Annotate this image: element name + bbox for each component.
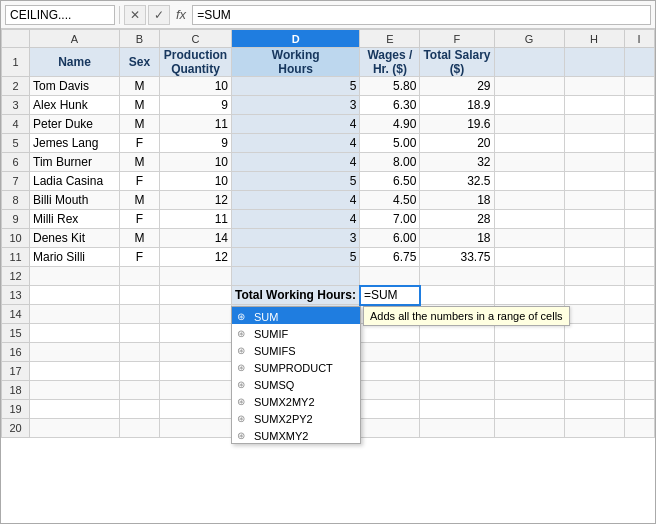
cell-b20[interactable]: [120, 419, 160, 438]
name-box[interactable]: [5, 5, 115, 25]
cell-c9[interactable]: 11: [160, 210, 232, 229]
cell-a4[interactable]: Peter Duke: [30, 115, 120, 134]
cell-c19[interactable]: [160, 400, 232, 419]
cell-b10[interactable]: M: [120, 229, 160, 248]
cell-a7[interactable]: Ladia Casina: [30, 172, 120, 191]
cell-i5[interactable]: [624, 134, 654, 153]
cell-h2[interactable]: [564, 77, 624, 96]
cell-f7[interactable]: 32.5: [420, 172, 494, 191]
cell-h19[interactable]: [564, 400, 624, 419]
cell-c18[interactable]: [160, 381, 232, 400]
cell-c2[interactable]: 10: [160, 77, 232, 96]
cell-a16[interactable]: [30, 343, 120, 362]
cell-g7[interactable]: [494, 172, 564, 191]
cell-a8[interactable]: Billi Mouth: [30, 191, 120, 210]
row-header-20[interactable]: 20: [2, 419, 30, 438]
row-header-8[interactable]: 8: [2, 191, 30, 210]
cell-d7[interactable]: 5: [232, 172, 360, 191]
cell-c1[interactable]: ProductionQuantity: [160, 48, 232, 77]
cell-c16[interactable]: [160, 343, 232, 362]
cell-e1[interactable]: Wages /Hr. ($): [360, 48, 420, 77]
cell-i16[interactable]: [624, 343, 654, 362]
cell-a9[interactable]: Milli Rex: [30, 210, 120, 229]
row-header-10[interactable]: 10: [2, 229, 30, 248]
cell-g9[interactable]: [494, 210, 564, 229]
cell-b1[interactable]: Sex: [120, 48, 160, 77]
cell-g11[interactable]: [494, 248, 564, 267]
cell-b14[interactable]: [120, 305, 160, 324]
row-header-4[interactable]: 4: [2, 115, 30, 134]
cell-b19[interactable]: [120, 400, 160, 419]
cell-e12[interactable]: [360, 267, 420, 286]
cell-c10[interactable]: 14: [160, 229, 232, 248]
cell-a5[interactable]: Jemes Lang: [30, 134, 120, 153]
row-header-3[interactable]: 3: [2, 96, 30, 115]
cell-i10[interactable]: [624, 229, 654, 248]
cell-d2[interactable]: 5: [232, 77, 360, 96]
cell-g1[interactable]: [494, 48, 564, 77]
cell-b5[interactable]: F: [120, 134, 160, 153]
cell-f11[interactable]: 33.75: [420, 248, 494, 267]
cell-e5[interactable]: 5.00: [360, 134, 420, 153]
row-header-12[interactable]: 12: [2, 267, 30, 286]
cell-a14[interactable]: [30, 305, 120, 324]
cell-g4[interactable]: [494, 115, 564, 134]
cell-g12[interactable]: [494, 267, 564, 286]
cell-h11[interactable]: [564, 248, 624, 267]
cell-i4[interactable]: [624, 115, 654, 134]
cell-g13[interactable]: [494, 286, 564, 305]
cell-c4[interactable]: 11: [160, 115, 232, 134]
cell-b9[interactable]: F: [120, 210, 160, 229]
cell-c12[interactable]: [160, 267, 232, 286]
cell-i8[interactable]: [624, 191, 654, 210]
col-header-b[interactable]: B: [120, 30, 160, 48]
autocomplete-item-sumif[interactable]: SUMIF: [232, 324, 360, 341]
cell-f4[interactable]: 19.6: [420, 115, 494, 134]
cell-h10[interactable]: [564, 229, 624, 248]
cell-b7[interactable]: F: [120, 172, 160, 191]
cell-f12[interactable]: [420, 267, 494, 286]
cell-a10[interactable]: Denes Kit: [30, 229, 120, 248]
cell-h13[interactable]: [564, 286, 624, 305]
cell-c11[interactable]: 12: [160, 248, 232, 267]
cell-a13[interactable]: [30, 286, 120, 305]
cell-a17[interactable]: [30, 362, 120, 381]
cell-b8[interactable]: M: [120, 191, 160, 210]
cell-i15[interactable]: [624, 324, 654, 343]
cell-d9[interactable]: 4: [232, 210, 360, 229]
cell-a18[interactable]: [30, 381, 120, 400]
cell-h5[interactable]: [564, 134, 624, 153]
col-header-c[interactable]: C: [160, 30, 232, 48]
autocomplete-item-sumsq[interactable]: SUMSQ: [232, 375, 360, 392]
cell-h18[interactable]: [564, 381, 624, 400]
cell-h9[interactable]: [564, 210, 624, 229]
cell-a20[interactable]: [30, 419, 120, 438]
cell-c14[interactable]: [160, 305, 232, 324]
cell-h6[interactable]: [564, 153, 624, 172]
cell-d12[interactable]: [232, 267, 360, 286]
cell-e9[interactable]: 7.00: [360, 210, 420, 229]
col-header-f[interactable]: F: [420, 30, 494, 48]
row-header-9[interactable]: 9: [2, 210, 30, 229]
cell-h15[interactable]: [564, 324, 624, 343]
row-header-15[interactable]: 15: [2, 324, 30, 343]
cell-g3[interactable]: [494, 96, 564, 115]
row-header-18[interactable]: 18: [2, 381, 30, 400]
cell-d3[interactable]: 3: [232, 96, 360, 115]
autocomplete-item-sumxmy2[interactable]: SUMXMY2: [232, 426, 360, 443]
cell-i19[interactable]: [624, 400, 654, 419]
cell-f13[interactable]: [420, 286, 494, 305]
row-header-14[interactable]: 14: [2, 305, 30, 324]
cell-h17[interactable]: [564, 362, 624, 381]
confirm-button[interactable]: ✓: [148, 5, 170, 25]
cell-c5[interactable]: 9: [160, 134, 232, 153]
cell-e7[interactable]: 6.50: [360, 172, 420, 191]
cell-b12[interactable]: [120, 267, 160, 286]
cell-f1[interactable]: Total Salary($): [420, 48, 494, 77]
cell-f5[interactable]: 20: [420, 134, 494, 153]
cell-i3[interactable]: [624, 96, 654, 115]
cell-h8[interactable]: [564, 191, 624, 210]
cell-e8[interactable]: 4.50: [360, 191, 420, 210]
cell-b13[interactable]: [120, 286, 160, 305]
cell-g8[interactable]: [494, 191, 564, 210]
